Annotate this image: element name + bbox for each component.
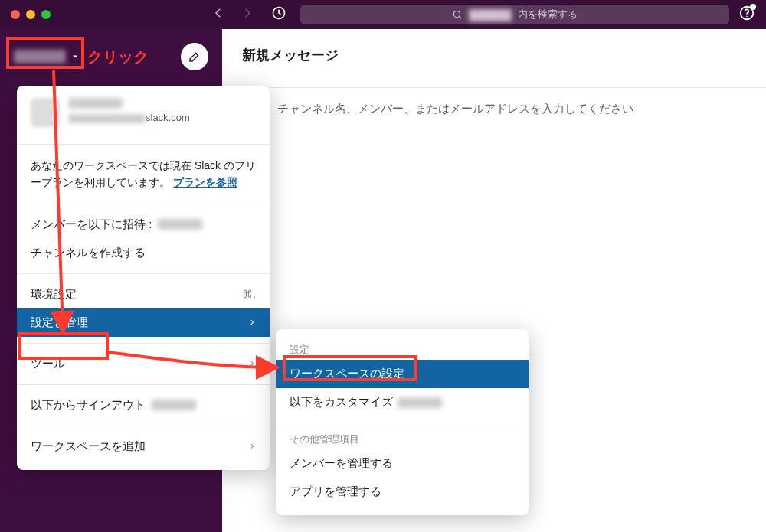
- submenu-item-workspace-settings[interactable]: ワークスペースの設定: [276, 360, 529, 388]
- menu-item-label: メンバーを以下に招待 :: [31, 217, 152, 232]
- history-icon[interactable]: [271, 5, 286, 24]
- menu-item-label: チャンネルを作成する: [31, 246, 146, 260]
- menu-item-invite[interactable]: メンバーを以下に招待 :: [17, 211, 270, 239]
- history-nav: [211, 6, 254, 23]
- chevron-right-icon: [248, 358, 256, 369]
- back-button[interactable]: [211, 6, 225, 23]
- compose-button[interactable]: [181, 43, 208, 70]
- annotation-click-label: クリック: [87, 47, 149, 67]
- submenu-section-label: 設定: [276, 340, 529, 360]
- submenu-item-manage-apps[interactable]: アプリを管理する: [276, 478, 529, 506]
- compose-to-row[interactable]: 宛先: チャンネル名、メンバー、またはメールアドレスを入力してください: [222, 88, 766, 130]
- menu-item-label: ワークスペースを追加: [31, 439, 146, 454]
- menu-item-create-channel[interactable]: チャンネルを作成する: [17, 239, 270, 267]
- search-workspace-name-blurred: ██████: [469, 9, 511, 21]
- workspace-name-blurred: [398, 397, 442, 408]
- submenu-item-label: アプリを管理する: [290, 485, 381, 499]
- workspace-name-blurred: [152, 400, 196, 410]
- page-title: 新規メッセージ: [242, 46, 746, 64]
- fullscreen-window-button[interactable]: [41, 10, 51, 19]
- workspace-name-blurred: [158, 219, 202, 230]
- menu-item-label: 環境設定: [31, 287, 77, 302]
- submenu-section-label: その他管理項目: [276, 429, 529, 449]
- submenu-item-label: 以下をカスタマイズ: [290, 395, 393, 410]
- workspace-menu: slack.com あなたのワークスペースでは現在 Slack のフリープランを…: [17, 86, 270, 470]
- chevron-right-icon: [248, 317, 256, 328]
- chevron-down-icon: [70, 52, 80, 61]
- main-header: 新規メッセージ: [222, 29, 766, 88]
- workspace-switcher[interactable]: クリック: [0, 43, 222, 70]
- to-placeholder: チャンネル名、メンバー、またはメールアドレスを入力してください: [277, 102, 633, 115]
- menu-item-tools[interactable]: ツール: [17, 350, 270, 378]
- minimize-window-button[interactable]: [26, 10, 35, 19]
- menu-item-settings-admin[interactable]: 設定と管理: [17, 308, 270, 337]
- submenu-item-label: メンバーを管理する: [290, 456, 393, 471]
- menu-item-preferences[interactable]: 環境設定 ⌘,: [17, 280, 270, 308]
- workspace-name-blurred: [14, 50, 66, 64]
- menu-item-label: 以下からサインアウト: [31, 398, 146, 413]
- close-window-button[interactable]: [11, 10, 20, 19]
- workspace-name-blurred: [69, 98, 123, 109]
- workspace-domain: slack.com: [69, 112, 190, 123]
- forward-button[interactable]: [241, 6, 254, 23]
- chevron-right-icon: [248, 441, 256, 452]
- help-notification-dot: [750, 4, 756, 10]
- workspace-identity: slack.com: [17, 98, 270, 138]
- menu-item-label: ツール: [31, 357, 65, 371]
- help-icon[interactable]: [738, 5, 755, 24]
- plan-note: あなたのワークスペースでは現在 Slack のフリープランを利用しています。 プ…: [17, 151, 270, 197]
- window-traffic-lights: [11, 10, 51, 19]
- workspace-avatar-blurred: [31, 98, 60, 127]
- svg-point-1: [454, 11, 460, 17]
- shortcut-label: ⌘,: [242, 288, 256, 300]
- submenu-item-label: ワークスペースの設定: [290, 367, 404, 381]
- menu-item-signout[interactable]: 以下からサインアウト: [17, 391, 270, 419]
- plan-link[interactable]: プランを参照: [173, 176, 237, 188]
- svg-point-3: [746, 16, 747, 17]
- submenu-item-customize[interactable]: 以下をカスタマイズ: [276, 388, 529, 416]
- settings-admin-submenu: 設定 ワークスペースの設定 以下をカスタマイズ その他管理項目 メンバーを管理す…: [276, 329, 529, 515]
- search-placeholder-suffix: 内を検索する: [518, 8, 578, 21]
- titlebar: ██████ 内を検索する: [0, 0, 766, 29]
- menu-item-label: 設定と管理: [31, 315, 88, 330]
- search-input[interactable]: ██████ 内を検索する: [300, 5, 729, 24]
- submenu-item-manage-members[interactable]: メンバーを管理する: [276, 449, 529, 478]
- menu-item-add-workspace[interactable]: ワークスペースを追加: [17, 432, 270, 461]
